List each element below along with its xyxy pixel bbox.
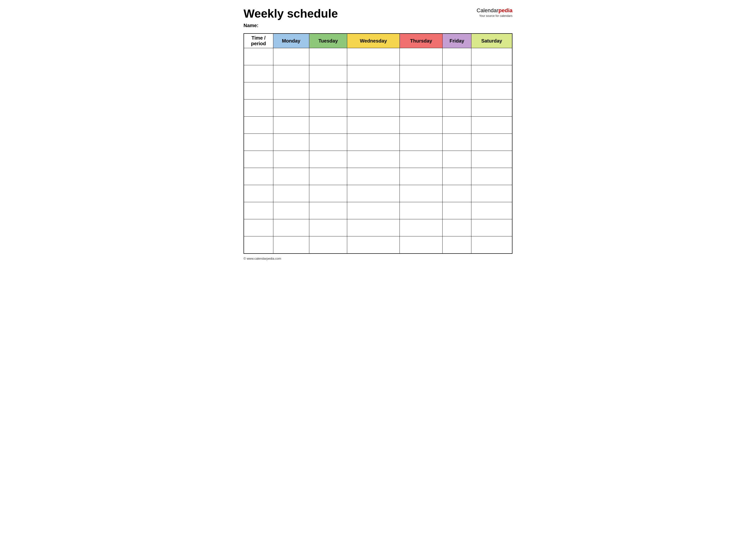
table-cell[interactable]	[244, 185, 273, 202]
table-cell[interactable]	[273, 168, 309, 185]
table-row	[244, 82, 512, 100]
table-cell[interactable]	[442, 117, 471, 134]
table-cell[interactable]	[400, 65, 442, 82]
table-cell[interactable]	[273, 117, 309, 134]
table-cell[interactable]	[442, 48, 471, 65]
table-cell[interactable]	[471, 117, 512, 134]
table-cell[interactable]	[400, 236, 442, 254]
table-cell[interactable]	[273, 151, 309, 168]
table-row	[244, 236, 512, 254]
table-cell[interactable]	[273, 65, 309, 82]
table-cell[interactable]	[400, 134, 442, 151]
table-cell[interactable]	[442, 134, 471, 151]
table-cell[interactable]	[347, 219, 400, 236]
table-cell[interactable]	[273, 100, 309, 117]
table-cell[interactable]	[471, 219, 512, 236]
table-cell[interactable]	[273, 134, 309, 151]
table-cell[interactable]	[347, 48, 400, 65]
table-cell[interactable]	[400, 100, 442, 117]
table-cell[interactable]	[442, 168, 471, 185]
table-cell[interactable]	[309, 82, 347, 100]
table-cell[interactable]	[273, 82, 309, 100]
table-cell[interactable]	[244, 202, 273, 219]
table-cell[interactable]	[309, 236, 347, 254]
table-cell[interactable]	[273, 202, 309, 219]
logo-calendar: Calendar	[477, 7, 498, 13]
table-cell[interactable]	[471, 151, 512, 168]
col-header-time: Time / period	[244, 34, 273, 48]
table-cell[interactable]	[400, 151, 442, 168]
table-cell[interactable]	[347, 202, 400, 219]
table-cell[interactable]	[309, 219, 347, 236]
table-cell[interactable]	[442, 82, 471, 100]
table-cell[interactable]	[471, 185, 512, 202]
table-cell[interactable]	[400, 185, 442, 202]
col-header-monday: Monday	[273, 34, 309, 48]
table-cell[interactable]	[400, 48, 442, 65]
table-cell[interactable]	[244, 168, 273, 185]
table-cell[interactable]	[309, 48, 347, 65]
table-cell[interactable]	[400, 168, 442, 185]
table-cell[interactable]	[244, 100, 273, 117]
table-cell[interactable]	[442, 151, 471, 168]
table-cell[interactable]	[400, 117, 442, 134]
table-cell[interactable]	[309, 117, 347, 134]
table-cell[interactable]	[400, 202, 442, 219]
table-cell[interactable]	[471, 48, 512, 65]
table-cell[interactable]	[347, 185, 400, 202]
table-cell[interactable]	[273, 219, 309, 236]
table-cell[interactable]	[400, 82, 442, 100]
table-cell[interactable]	[347, 117, 400, 134]
logo-tagline: Your source for calendars	[479, 14, 512, 17]
table-cell[interactable]	[273, 185, 309, 202]
table-cell[interactable]	[244, 236, 273, 254]
table-row	[244, 151, 512, 168]
footer: © www.calendarpedia.com	[244, 257, 512, 260]
logo-pedia: pedia	[498, 7, 512, 13]
table-cell[interactable]	[309, 134, 347, 151]
table-row	[244, 48, 512, 65]
header-row: Weekly schedule Name: Calendarpedia Your…	[244, 7, 512, 29]
table-cell[interactable]	[471, 65, 512, 82]
table-cell[interactable]	[309, 100, 347, 117]
table-cell[interactable]	[244, 65, 273, 82]
table-cell[interactable]	[244, 134, 273, 151]
table-cell[interactable]	[471, 168, 512, 185]
table-cell[interactable]	[347, 236, 400, 254]
table-cell[interactable]	[347, 65, 400, 82]
table-cell[interactable]	[471, 202, 512, 219]
table-cell[interactable]	[442, 219, 471, 236]
table-cell[interactable]	[309, 65, 347, 82]
table-cell[interactable]	[400, 219, 442, 236]
table-row	[244, 100, 512, 117]
col-header-wednesday: Wednesday	[347, 34, 400, 48]
table-cell[interactable]	[309, 202, 347, 219]
table-cell[interactable]	[244, 48, 273, 65]
table-cell[interactable]	[471, 82, 512, 100]
table-cell[interactable]	[244, 82, 273, 100]
table-cell[interactable]	[442, 100, 471, 117]
table-cell[interactable]	[347, 100, 400, 117]
table-cell[interactable]	[244, 151, 273, 168]
table-cell[interactable]	[244, 219, 273, 236]
table-row	[244, 219, 512, 236]
table-cell[interactable]	[471, 134, 512, 151]
table-row	[244, 202, 512, 219]
footer-url: © www.calendarpedia.com	[244, 257, 281, 260]
table-cell[interactable]	[273, 236, 309, 254]
table-cell[interactable]	[442, 185, 471, 202]
table-cell[interactable]	[309, 151, 347, 168]
table-cell[interactable]	[347, 151, 400, 168]
table-cell[interactable]	[471, 100, 512, 117]
table-cell[interactable]	[347, 168, 400, 185]
table-cell[interactable]	[347, 82, 400, 100]
table-cell[interactable]	[273, 48, 309, 65]
table-cell[interactable]	[244, 117, 273, 134]
table-cell[interactable]	[347, 134, 400, 151]
table-cell[interactable]	[471, 236, 512, 254]
table-cell[interactable]	[442, 236, 471, 254]
table-cell[interactable]	[442, 65, 471, 82]
table-cell[interactable]	[309, 185, 347, 202]
table-cell[interactable]	[309, 168, 347, 185]
table-cell[interactable]	[442, 202, 471, 219]
